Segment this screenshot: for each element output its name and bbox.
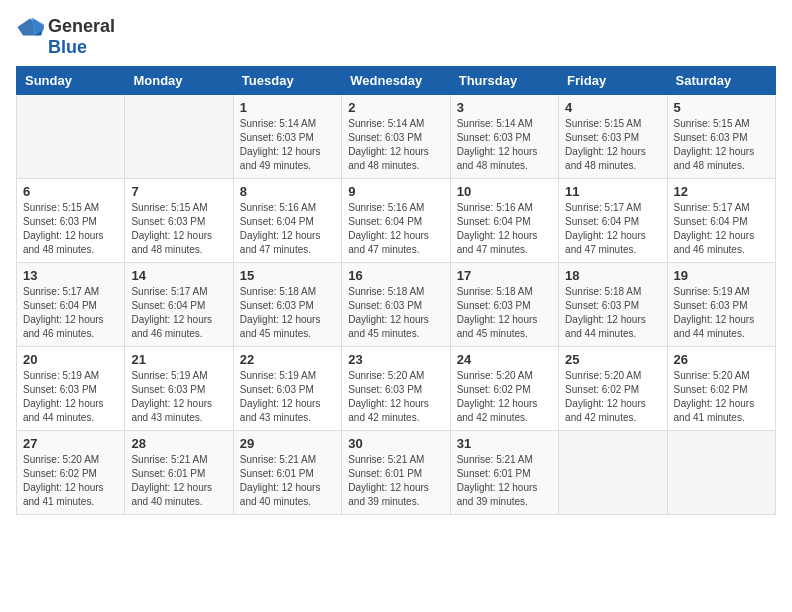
day-info: Sunrise: 5:19 AM Sunset: 6:03 PM Dayligh… bbox=[674, 285, 769, 341]
calendar-cell: 28Sunrise: 5:21 AM Sunset: 6:01 PM Dayli… bbox=[125, 431, 233, 515]
day-number: 8 bbox=[240, 184, 335, 199]
day-info: Sunrise: 5:19 AM Sunset: 6:03 PM Dayligh… bbox=[240, 369, 335, 425]
day-info: Sunrise: 5:20 AM Sunset: 6:02 PM Dayligh… bbox=[674, 369, 769, 425]
calendar-cell: 6Sunrise: 5:15 AM Sunset: 6:03 PM Daylig… bbox=[17, 179, 125, 263]
day-number: 11 bbox=[565, 184, 660, 199]
calendar-cell: 8Sunrise: 5:16 AM Sunset: 6:04 PM Daylig… bbox=[233, 179, 341, 263]
calendar-cell: 17Sunrise: 5:18 AM Sunset: 6:03 PM Dayli… bbox=[450, 263, 558, 347]
day-number: 10 bbox=[457, 184, 552, 199]
day-info: Sunrise: 5:20 AM Sunset: 6:02 PM Dayligh… bbox=[457, 369, 552, 425]
day-info: Sunrise: 5:20 AM Sunset: 6:02 PM Dayligh… bbox=[23, 453, 118, 509]
calendar-week-4: 20Sunrise: 5:19 AM Sunset: 6:03 PM Dayli… bbox=[17, 347, 776, 431]
day-info: Sunrise: 5:14 AM Sunset: 6:03 PM Dayligh… bbox=[348, 117, 443, 173]
day-info: Sunrise: 5:21 AM Sunset: 6:01 PM Dayligh… bbox=[131, 453, 226, 509]
day-info: Sunrise: 5:15 AM Sunset: 6:03 PM Dayligh… bbox=[565, 117, 660, 173]
calendar-cell: 16Sunrise: 5:18 AM Sunset: 6:03 PM Dayli… bbox=[342, 263, 450, 347]
day-info: Sunrise: 5:18 AM Sunset: 6:03 PM Dayligh… bbox=[457, 285, 552, 341]
calendar-cell bbox=[125, 95, 233, 179]
day-number: 20 bbox=[23, 352, 118, 367]
day-number: 13 bbox=[23, 268, 118, 283]
day-number: 1 bbox=[240, 100, 335, 115]
day-info: Sunrise: 5:21 AM Sunset: 6:01 PM Dayligh… bbox=[240, 453, 335, 509]
day-header-sunday: Sunday bbox=[17, 67, 125, 95]
day-number: 9 bbox=[348, 184, 443, 199]
day-number: 31 bbox=[457, 436, 552, 451]
calendar-table: SundayMondayTuesdayWednesdayThursdayFrid… bbox=[16, 66, 776, 515]
day-info: Sunrise: 5:16 AM Sunset: 6:04 PM Dayligh… bbox=[348, 201, 443, 257]
day-info: Sunrise: 5:15 AM Sunset: 6:03 PM Dayligh… bbox=[674, 117, 769, 173]
calendar-week-3: 13Sunrise: 5:17 AM Sunset: 6:04 PM Dayli… bbox=[17, 263, 776, 347]
calendar-week-2: 6Sunrise: 5:15 AM Sunset: 6:03 PM Daylig… bbox=[17, 179, 776, 263]
calendar-cell: 25Sunrise: 5:20 AM Sunset: 6:02 PM Dayli… bbox=[559, 347, 667, 431]
day-info: Sunrise: 5:16 AM Sunset: 6:04 PM Dayligh… bbox=[457, 201, 552, 257]
day-number: 3 bbox=[457, 100, 552, 115]
day-info: Sunrise: 5:19 AM Sunset: 6:03 PM Dayligh… bbox=[23, 369, 118, 425]
calendar-cell: 29Sunrise: 5:21 AM Sunset: 6:01 PM Dayli… bbox=[233, 431, 341, 515]
day-info: Sunrise: 5:20 AM Sunset: 6:02 PM Dayligh… bbox=[565, 369, 660, 425]
calendar-cell: 9Sunrise: 5:16 AM Sunset: 6:04 PM Daylig… bbox=[342, 179, 450, 263]
day-info: Sunrise: 5:18 AM Sunset: 6:03 PM Dayligh… bbox=[565, 285, 660, 341]
day-number: 17 bbox=[457, 268, 552, 283]
day-info: Sunrise: 5:17 AM Sunset: 6:04 PM Dayligh… bbox=[131, 285, 226, 341]
day-info: Sunrise: 5:15 AM Sunset: 6:03 PM Dayligh… bbox=[131, 201, 226, 257]
calendar-cell: 13Sunrise: 5:17 AM Sunset: 6:04 PM Dayli… bbox=[17, 263, 125, 347]
day-number: 24 bbox=[457, 352, 552, 367]
page-header: General Blue bbox=[16, 16, 776, 58]
day-info: Sunrise: 5:15 AM Sunset: 6:03 PM Dayligh… bbox=[23, 201, 118, 257]
calendar-cell: 20Sunrise: 5:19 AM Sunset: 6:03 PM Dayli… bbox=[17, 347, 125, 431]
calendar-cell: 1Sunrise: 5:14 AM Sunset: 6:03 PM Daylig… bbox=[233, 95, 341, 179]
calendar-cell bbox=[17, 95, 125, 179]
day-number: 21 bbox=[131, 352, 226, 367]
logo-general-text: General bbox=[48, 16, 115, 36]
day-number: 28 bbox=[131, 436, 226, 451]
day-info: Sunrise: 5:14 AM Sunset: 6:03 PM Dayligh… bbox=[457, 117, 552, 173]
calendar-cell: 5Sunrise: 5:15 AM Sunset: 6:03 PM Daylig… bbox=[667, 95, 775, 179]
calendar-cell: 24Sunrise: 5:20 AM Sunset: 6:02 PM Dayli… bbox=[450, 347, 558, 431]
day-info: Sunrise: 5:18 AM Sunset: 6:03 PM Dayligh… bbox=[348, 285, 443, 341]
calendar-cell bbox=[559, 431, 667, 515]
calendar-week-5: 27Sunrise: 5:20 AM Sunset: 6:02 PM Dayli… bbox=[17, 431, 776, 515]
day-number: 5 bbox=[674, 100, 769, 115]
day-number: 7 bbox=[131, 184, 226, 199]
calendar-cell: 23Sunrise: 5:20 AM Sunset: 6:03 PM Dayli… bbox=[342, 347, 450, 431]
logo-blue-text: Blue bbox=[48, 37, 87, 57]
day-header-monday: Monday bbox=[125, 67, 233, 95]
day-info: Sunrise: 5:19 AM Sunset: 6:03 PM Dayligh… bbox=[131, 369, 226, 425]
day-number: 2 bbox=[348, 100, 443, 115]
day-number: 22 bbox=[240, 352, 335, 367]
calendar-cell: 21Sunrise: 5:19 AM Sunset: 6:03 PM Dayli… bbox=[125, 347, 233, 431]
day-number: 6 bbox=[23, 184, 118, 199]
day-number: 30 bbox=[348, 436, 443, 451]
day-number: 26 bbox=[674, 352, 769, 367]
calendar-header-row: SundayMondayTuesdayWednesdayThursdayFrid… bbox=[17, 67, 776, 95]
calendar-cell: 22Sunrise: 5:19 AM Sunset: 6:03 PM Dayli… bbox=[233, 347, 341, 431]
calendar-cell: 2Sunrise: 5:14 AM Sunset: 6:03 PM Daylig… bbox=[342, 95, 450, 179]
logo: General Blue bbox=[16, 16, 115, 58]
day-header-saturday: Saturday bbox=[667, 67, 775, 95]
calendar-cell bbox=[667, 431, 775, 515]
calendar-cell: 4Sunrise: 5:15 AM Sunset: 6:03 PM Daylig… bbox=[559, 95, 667, 179]
day-number: 19 bbox=[674, 268, 769, 283]
day-number: 18 bbox=[565, 268, 660, 283]
calendar-cell: 15Sunrise: 5:18 AM Sunset: 6:03 PM Dayli… bbox=[233, 263, 341, 347]
calendar-cell: 11Sunrise: 5:17 AM Sunset: 6:04 PM Dayli… bbox=[559, 179, 667, 263]
day-number: 23 bbox=[348, 352, 443, 367]
day-number: 14 bbox=[131, 268, 226, 283]
day-info: Sunrise: 5:18 AM Sunset: 6:03 PM Dayligh… bbox=[240, 285, 335, 341]
day-header-friday: Friday bbox=[559, 67, 667, 95]
calendar-cell: 19Sunrise: 5:19 AM Sunset: 6:03 PM Dayli… bbox=[667, 263, 775, 347]
calendar-cell: 14Sunrise: 5:17 AM Sunset: 6:04 PM Dayli… bbox=[125, 263, 233, 347]
calendar-cell: 7Sunrise: 5:15 AM Sunset: 6:03 PM Daylig… bbox=[125, 179, 233, 263]
calendar-cell: 10Sunrise: 5:16 AM Sunset: 6:04 PM Dayli… bbox=[450, 179, 558, 263]
calendar-cell: 30Sunrise: 5:21 AM Sunset: 6:01 PM Dayli… bbox=[342, 431, 450, 515]
calendar-cell: 31Sunrise: 5:21 AM Sunset: 6:01 PM Dayli… bbox=[450, 431, 558, 515]
day-number: 16 bbox=[348, 268, 443, 283]
calendar-cell: 18Sunrise: 5:18 AM Sunset: 6:03 PM Dayli… bbox=[559, 263, 667, 347]
day-number: 29 bbox=[240, 436, 335, 451]
day-number: 12 bbox=[674, 184, 769, 199]
day-number: 4 bbox=[565, 100, 660, 115]
day-header-wednesday: Wednesday bbox=[342, 67, 450, 95]
day-number: 27 bbox=[23, 436, 118, 451]
day-info: Sunrise: 5:17 AM Sunset: 6:04 PM Dayligh… bbox=[565, 201, 660, 257]
day-number: 15 bbox=[240, 268, 335, 283]
